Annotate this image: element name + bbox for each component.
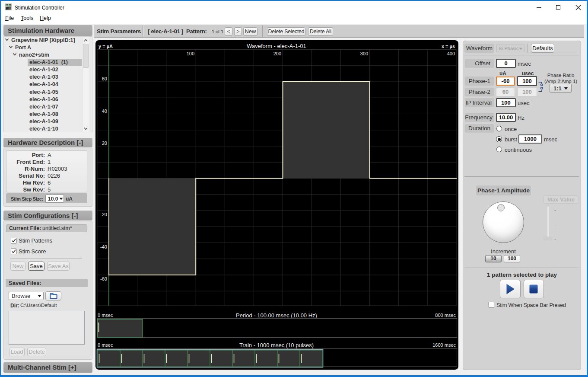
svg-text:Period - 100.00 msec (10.00 Hz: Period - 100.00 msec (10.00 Hz)	[236, 312, 317, 319]
svg-text:800 msec: 800 msec	[435, 313, 456, 318]
svg-text:20: 20	[102, 141, 107, 146]
svg-text:0 msec: 0 msec	[98, 342, 113, 348]
svg-text:x = µs: x = µs	[442, 44, 455, 49]
svg-text:60: 60	[102, 76, 107, 81]
svg-text:1600 msec: 1600 msec	[432, 342, 456, 348]
svg-text:0 msec: 0 msec	[98, 313, 113, 318]
svg-text:40: 40	[102, 109, 107, 114]
svg-text:-60: -60	[100, 276, 107, 281]
svg-text:200: 200	[273, 51, 281, 56]
svg-text:300: 300	[360, 51, 368, 56]
svg-text:Waveform - elec-A-1-01: Waveform - elec-A-1-01	[247, 43, 306, 49]
svg-text:-40: -40	[100, 244, 107, 249]
svg-text:-20: -20	[100, 212, 107, 217]
svg-text:400: 400	[447, 51, 455, 56]
svg-text:Train - 1000 msec (10 pulses): Train - 1000 msec (10 pulses)	[239, 342, 314, 348]
svg-text:y = µA: y = µA	[99, 44, 113, 49]
svg-text:100: 100	[187, 51, 194, 56]
